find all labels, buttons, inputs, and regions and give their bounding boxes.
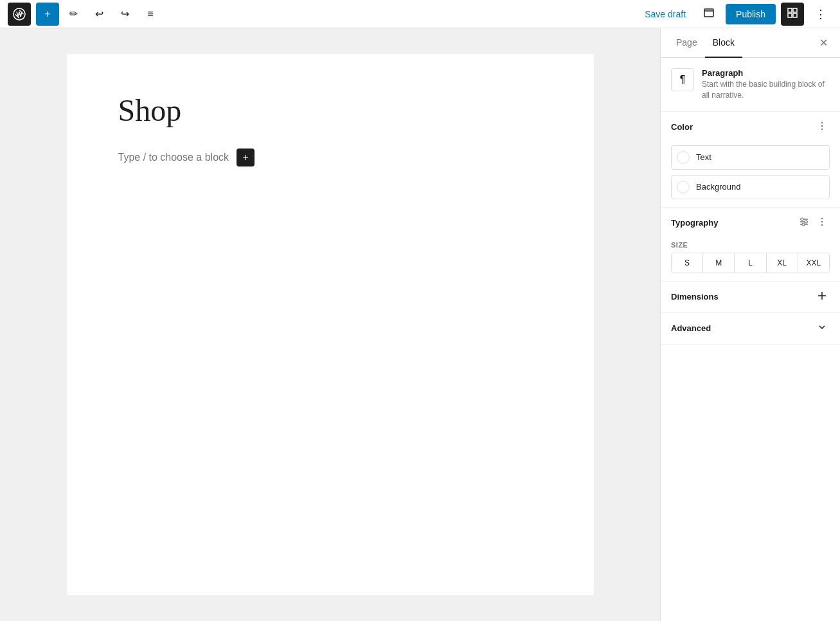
color-section-title: Color — [671, 122, 693, 132]
svg-text:W: W — [16, 11, 22, 18]
wp-logo[interactable]: W — [8, 3, 31, 26]
save-draft-button[interactable]: Save draft — [638, 5, 692, 23]
tools-icon: ✏ — [69, 8, 78, 20]
preview-icon — [703, 7, 715, 21]
sidebar-close-button[interactable]: ✕ — [814, 34, 832, 52]
block-placeholder-text[interactable]: Type / to choose a block — [118, 152, 229, 163]
list-view-button[interactable]: ≡ — [139, 3, 162, 26]
main-area: Shop Type / to choose a block + Page Blo… — [0, 28, 840, 621]
dimensions-add-icon — [817, 291, 827, 303]
editor-canvas[interactable]: Shop Type / to choose a block + — [0, 28, 660, 621]
color-more-button[interactable] — [814, 120, 830, 135]
size-xl-button[interactable]: XL — [767, 253, 798, 273]
add-block-inline-icon: + — [242, 152, 248, 163]
text-color-swatch — [677, 151, 690, 164]
typography-content: SIZE S M L XL XXL — [661, 239, 840, 281]
block-info-text: Paragraph Start with the basic building … — [702, 68, 830, 101]
settings-icon — [787, 7, 798, 21]
list-view-icon: ≡ — [147, 8, 153, 20]
sidebar-tabs: Page Block ✕ — [661, 28, 840, 58]
typography-adjust-button[interactable] — [796, 215, 812, 231]
redo-icon: ↪ — [121, 8, 129, 20]
svg-point-13 — [801, 218, 803, 221]
svg-rect-3 — [788, 8, 792, 12]
add-block-inline-button[interactable]: + — [237, 148, 255, 166]
svg-point-7 — [821, 122, 823, 123]
block-description: Start with the basic building block of a… — [702, 79, 830, 101]
svg-point-18 — [821, 224, 823, 226]
block-icon: ¶ — [671, 68, 694, 91]
close-icon: ✕ — [819, 37, 828, 49]
dimensions-section-title: Dimensions — [671, 292, 719, 302]
sidebar: Page Block ✕ ¶ Paragraph Start with the … — [660, 28, 840, 621]
color-section-actions — [814, 120, 830, 135]
settings-button[interactable] — [781, 3, 804, 26]
size-buttons: S M L XL XXL — [671, 253, 830, 273]
editor-content: Shop Type / to choose a block + — [67, 54, 594, 595]
advanced-collapse-button[interactable] — [814, 321, 830, 336]
more-options-button[interactable]: ⋮ — [809, 3, 832, 26]
background-color-label: Background — [696, 182, 740, 192]
background-color-swatch — [677, 181, 690, 194]
color-option-text[interactable]: Text — [671, 145, 830, 170]
typography-adjust-icon — [799, 217, 809, 229]
size-label: SIZE — [671, 241, 830, 249]
color-more-icon — [817, 121, 827, 133]
size-l-button[interactable]: L — [735, 253, 766, 273]
size-s-button[interactable]: S — [672, 253, 703, 273]
tools-button[interactable]: ✏ — [62, 3, 85, 26]
svg-point-16 — [821, 218, 823, 219]
undo-icon: ↩ — [95, 8, 103, 20]
svg-rect-6 — [793, 14, 797, 17]
toolbar: W + ✏ ↩ ↪ ≡ Save draft Publish — [0, 0, 840, 28]
dimensions-section-header[interactable]: Dimensions — [661, 282, 840, 312]
page-title[interactable]: Shop — [118, 93, 542, 128]
color-option-background[interactable]: Background — [671, 175, 830, 199]
svg-rect-4 — [793, 8, 797, 12]
more-options-icon: ⋮ — [815, 7, 827, 21]
color-section: Color Tex — [661, 112, 840, 208]
chevron-down-icon — [817, 322, 827, 334]
block-placeholder-area: Type / to choose a block + — [118, 148, 542, 166]
tab-page[interactable]: Page — [668, 28, 705, 58]
publish-button[interactable]: Publish — [726, 4, 776, 24]
size-m-button[interactable]: M — [703, 253, 735, 273]
paragraph-icon: ¶ — [680, 74, 686, 86]
color-options: Text Background — [661, 143, 840, 207]
undo-button[interactable]: ↩ — [87, 3, 111, 26]
svg-point-17 — [821, 221, 823, 222]
size-xxl-button[interactable]: XXL — [798, 253, 829, 273]
dimensions-add-button[interactable] — [814, 289, 830, 305]
block-name: Paragraph — [702, 68, 830, 78]
typography-more-button[interactable] — [814, 215, 830, 231]
svg-rect-2 — [704, 9, 713, 17]
dimensions-section: Dimensions — [661, 282, 840, 313]
text-color-label: Text — [696, 152, 711, 162]
block-info: ¶ Paragraph Start with the basic buildin… — [661, 58, 840, 112]
svg-point-8 — [821, 125, 823, 127]
svg-point-15 — [802, 223, 805, 226]
advanced-section-header[interactable]: Advanced — [661, 313, 840, 344]
color-section-header[interactable]: Color — [661, 112, 840, 143]
advanced-section: Advanced — [661, 313, 840, 345]
typography-section-title: Typography — [671, 218, 718, 228]
typography-section-header[interactable]: Typography — [661, 208, 840, 239]
svg-rect-5 — [788, 14, 792, 17]
typography-section-actions — [796, 215, 830, 231]
advanced-section-title: Advanced — [671, 323, 711, 333]
redo-button[interactable]: ↪ — [113, 3, 136, 26]
plus-icon: + — [44, 8, 50, 20]
add-block-button[interactable]: + — [36, 3, 59, 26]
svg-point-14 — [805, 221, 807, 223]
typography-section: Typography — [661, 208, 840, 282]
typography-more-icon — [817, 217, 827, 229]
preview-button[interactable] — [697, 3, 720, 26]
toolbar-right: Save draft Publish ⋮ — [638, 3, 832, 26]
svg-point-9 — [821, 129, 823, 130]
tab-block[interactable]: Block — [705, 28, 742, 58]
